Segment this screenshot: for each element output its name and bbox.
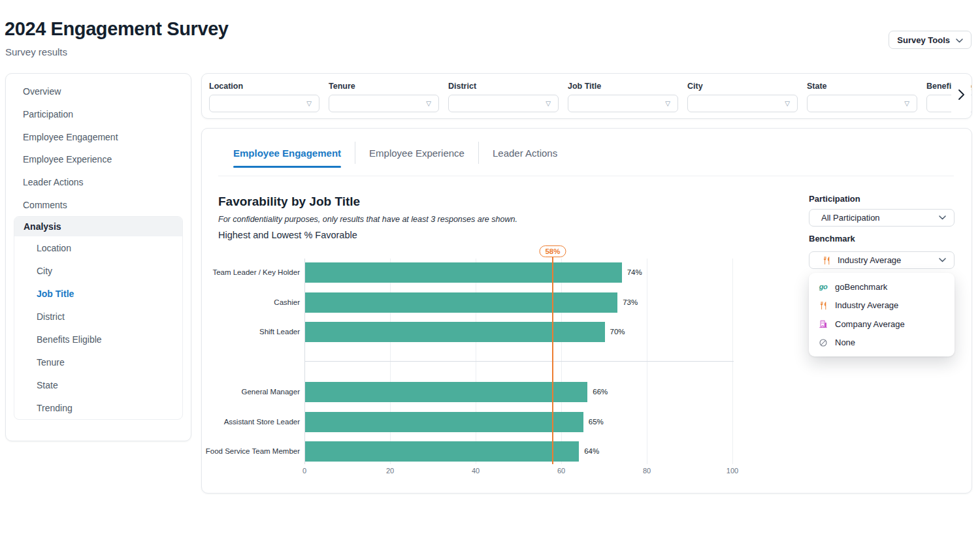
bar-category-label: Team Leader / Key Holder	[204, 262, 300, 283]
participation-select[interactable]: All Participation	[809, 209, 955, 227]
filter-select-tenure[interactable]: ▽	[329, 95, 439, 112]
benchmark-select[interactable]: Industry Average	[809, 251, 955, 269]
bar-food-service-team-member	[305, 441, 579, 462]
filters-scroll-right-button[interactable]	[951, 74, 971, 118]
sidebar: OverviewParticipationEmployee Engagement…	[5, 73, 191, 441]
fork-knife-icon	[818, 301, 828, 310]
benchmark-option-label: Company Average	[835, 319, 905, 329]
filter-field-job-title: Job Title▽	[568, 82, 678, 118]
filter-fields: Location▽Tenure▽District▽Job Title▽City▽…	[209, 82, 972, 118]
x-tick-label: 60	[557, 467, 565, 475]
building-icon	[818, 319, 828, 328]
sidebar-subitem-city[interactable]: City	[14, 259, 182, 282]
group-divider-line	[304, 361, 734, 362]
bar-cashier	[305, 292, 617, 313]
none-icon	[818, 338, 828, 347]
benchmark-option-label: goBenchmark	[835, 282, 887, 292]
bar-category-label: Shift Leader	[204, 322, 300, 342]
filter-select-job-title[interactable]: ▽	[568, 95, 678, 112]
benchmark-value-pill: 58%	[539, 245, 566, 257]
triangle-down-icon: ▽	[306, 101, 312, 107]
bar-value-label: 64%	[584, 441, 599, 462]
benchmark-dropdown-menu: gogoBenchmarkIndustry AverageCompany Ave…	[809, 273, 955, 356]
sidebar-item-employee-experience[interactable]: Employee Experience	[6, 148, 191, 171]
x-tick-label: 40	[472, 467, 480, 475]
filter-field-tenure: Tenure▽	[329, 82, 439, 118]
triangle-down-icon: ▽	[546, 101, 551, 107]
bar-value-label: 66%	[593, 382, 608, 402]
sidebar-subitem-tenure[interactable]: Tenure	[14, 351, 182, 373]
sidebar-item-analysis[interactable]: Analysis	[14, 217, 182, 236]
gobenchmark-logo-icon: go	[818, 283, 828, 291]
filter-label-tenure: Tenure	[329, 82, 439, 91]
triangle-down-icon: ▽	[665, 101, 670, 107]
x-tick-label: 80	[643, 467, 651, 475]
page-subtitle: Survey results	[5, 46, 67, 57]
filter-label-city: City	[687, 82, 798, 91]
chevron-down-icon	[939, 215, 946, 220]
benchmark-option-gobenchmark[interactable]: gogoBenchmark	[809, 277, 955, 296]
bar-team-leader-key-holder	[305, 262, 622, 283]
filter-field-city: City▽	[687, 82, 798, 118]
main-card: Employee EngagementEmployee ExperienceLe…	[201, 128, 972, 494]
filter-field-district: District▽	[448, 82, 559, 118]
sidebar-item-overview[interactable]: Overview	[6, 80, 191, 103]
bar-value-label: 74%	[627, 262, 642, 283]
sidebar-subitem-trending[interactable]: Trending	[14, 396, 182, 419]
sidebar-nav: OverviewParticipationEmployee Engagement…	[6, 74, 191, 216]
sidebar-subitem-job-title[interactable]: Job Title	[14, 282, 182, 305]
benchmark-option-none[interactable]: None	[809, 334, 955, 353]
participation-label: Participation	[809, 194, 860, 204]
bar-value-label: 73%	[623, 292, 638, 313]
triangle-down-icon: ▽	[785, 101, 790, 107]
benchmark-line	[552, 257, 553, 464]
filter-select-state[interactable]: ▽	[807, 95, 917, 112]
filter-label-state: State	[807, 82, 917, 91]
filter-select-district[interactable]: ▽	[448, 95, 559, 112]
chevron-down-icon	[939, 258, 946, 262]
bar-value-label: 65%	[589, 412, 604, 432]
benchmark-value: Industry Average	[838, 255, 901, 265]
survey-tools-button[interactable]: Survey Tools	[889, 31, 972, 49]
survey-tools-label: Survey Tools	[897, 35, 950, 45]
filter-field-state: State▽	[807, 82, 917, 118]
filter-field-location: Location▽	[209, 82, 319, 118]
bar-category-label: Cashier	[204, 292, 300, 313]
filter-label-district: District	[448, 82, 559, 91]
benchmark-option-industry-average[interactable]: Industry Average	[809, 296, 955, 315]
benchmark-option-company-average[interactable]: Company Average	[809, 315, 955, 334]
sidebar-item-participation[interactable]: Participation	[6, 103, 191, 126]
chevron-right-icon	[958, 89, 964, 102]
sidebar-subitem-state[interactable]: State	[14, 373, 182, 396]
bar-general-manager	[305, 382, 587, 402]
chevron-down-icon	[956, 35, 963, 45]
sidebar-item-leader-actions[interactable]: Leader Actions	[6, 171, 191, 194]
page-title: 2024 Engagement Survey	[5, 18, 229, 40]
sidebar-subitem-benefits-eligible[interactable]: Benefits Eligible	[14, 328, 182, 351]
filter-select-city[interactable]: ▽	[687, 95, 798, 112]
bar-assistant-store-leader	[305, 412, 583, 432]
triangle-down-icon: ▽	[904, 101, 909, 107]
x-tick-label: 0	[302, 467, 306, 475]
bar-shift-leader	[305, 322, 605, 342]
bar-value-label: 70%	[610, 322, 625, 342]
analysis-group: Analysis LocationCityJob TitleDistrictBe…	[14, 216, 183, 420]
benchmark-option-label: None	[835, 338, 855, 347]
analysis-subitems: LocationCityJob TitleDistrictBenefits El…	[14, 236, 182, 419]
sidebar-subitem-location[interactable]: Location	[14, 236, 182, 259]
sidebar-subitem-district[interactable]: District	[14, 305, 182, 328]
x-tick-label: 20	[386, 467, 394, 475]
filter-bar: Location▽Tenure▽District▽Job Title▽City▽…	[201, 73, 972, 119]
benchmark-label: Benchmark	[809, 234, 855, 244]
sidebar-item-employee-engagement[interactable]: Employee Engagement	[6, 125, 191, 148]
participation-value: All Participation	[821, 213, 880, 223]
filter-select-location[interactable]: ▽	[209, 95, 319, 112]
bar-category-label: General Manager	[204, 382, 300, 402]
filter-label-job-title: Job Title	[568, 82, 678, 91]
triangle-down-icon: ▽	[426, 101, 431, 107]
bar-category-label: Food Service Team Member	[204, 441, 300, 462]
benchmark-option-label: Industry Average	[835, 300, 898, 310]
sidebar-item-comments[interactable]: Comments	[6, 193, 191, 216]
x-tick-label: 100	[727, 467, 738, 475]
filter-label-location: Location	[209, 82, 319, 91]
